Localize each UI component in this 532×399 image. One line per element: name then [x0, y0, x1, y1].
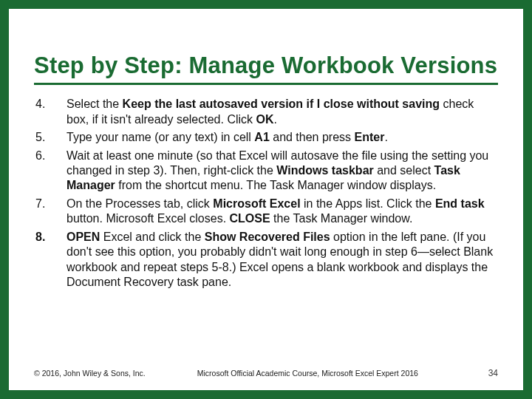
step-number: 5.: [34, 130, 59, 145]
step-number: 8.: [34, 230, 59, 290]
footer-course: Microsoft Official Academic Course, Micr…: [146, 369, 488, 378]
step-number: 7.: [34, 197, 59, 227]
steps-list: 4.Select the Keep the last autosaved ver…: [34, 97, 498, 290]
slide-title: Step by Step: Manage Workbook Versions: [34, 53, 498, 78]
slide-content: Step by Step: Manage Workbook Versions 4…: [9, 9, 523, 390]
slide-frame: Step by Step: Manage Workbook Versions 4…: [0, 0, 532, 399]
title-rule: [34, 83, 498, 85]
step-body: Wait at least one minute (so that Excel …: [66, 149, 498, 194]
step-number: 6.: [34, 149, 59, 194]
step-body: Type your name (or any text) in cell A1 …: [66, 130, 498, 145]
footer-copyright: © 2016, John Wiley & Sons, Inc.: [34, 369, 146, 378]
step-body: On the Processes tab, click Microsoft Ex…: [66, 197, 498, 227]
slide-footer: © 2016, John Wiley & Sons, Inc. Microsof…: [34, 368, 498, 378]
step-body: OPEN Excel and click the Show Recovered …: [66, 230, 498, 290]
footer-page-number: 34: [488, 368, 498, 378]
step-body: Select the Keep the last autosaved versi…: [66, 97, 498, 127]
step-number: 4.: [34, 97, 59, 127]
